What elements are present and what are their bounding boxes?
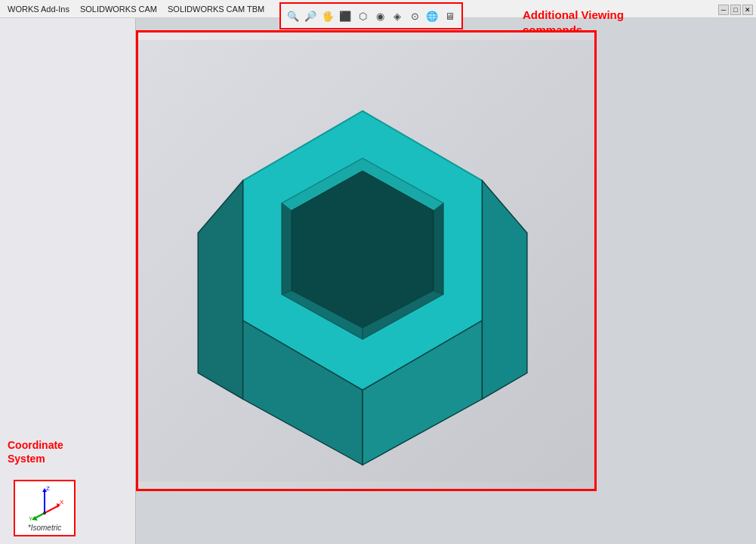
- coordinate-system-label: Coordinate System: [8, 438, 63, 465]
- svg-text:X: X: [60, 499, 63, 505]
- svg-text:Y: Y: [29, 515, 33, 522]
- svg-marker-40: [282, 203, 292, 295]
- svg-marker-43: [434, 203, 443, 295]
- zoom-area-icon[interactable]: ⬛: [338, 8, 353, 23]
- zoom-in-icon[interactable]: 🔎: [303, 8, 318, 23]
- section-view-icon[interactable]: ⊙: [407, 8, 422, 23]
- view-settings-icon[interactable]: 🌐: [424, 8, 440, 23]
- svg-text:Z: Z: [46, 485, 50, 492]
- window-controls: ─ □ ✕: [718, 5, 753, 15]
- menu-item-solidworks-cam[interactable]: SOLIDWORKS CAM: [76, 3, 162, 15]
- coordinate-axes-svg: Z X Y: [26, 484, 63, 522]
- maximize-button[interactable]: □: [730, 5, 741, 15]
- close-button[interactable]: ✕: [742, 5, 753, 15]
- 3d-viewport[interactable]: [136, 30, 597, 491]
- pan-icon[interactable]: 🖐: [320, 8, 335, 23]
- 3d-nut-overlay: [138, 32, 594, 489]
- display-icon[interactable]: 🖥: [442, 8, 457, 23]
- svg-point-53: [43, 512, 46, 515]
- coordinate-system-box: Z X Y *Isometric: [14, 480, 76, 536]
- zoom-to-fit-icon[interactable]: 🔍: [285, 8, 301, 23]
- display-style-icon[interactable]: ◈: [390, 8, 405, 23]
- view-orient-icon[interactable]: ⬡: [355, 8, 370, 23]
- isometric-label: *Isometric: [28, 524, 61, 532]
- menu-item-works-addins[interactable]: WORKS Add-Ins: [3, 3, 74, 15]
- minimize-button[interactable]: ─: [718, 5, 729, 15]
- hide-show-icon[interactable]: ◉: [372, 8, 387, 23]
- svg-line-47: [45, 505, 59, 513]
- menu-item-solidworks-cam-tbm[interactable]: SOLIDWORKS CAM TBM: [163, 3, 269, 15]
- toolbar-area: 🔍 🔎 🖐 ⬛ ⬡ ◉ ◈ ⊙ 🌐 🖥: [279, 2, 463, 29]
- right-panel: [612, 30, 756, 544]
